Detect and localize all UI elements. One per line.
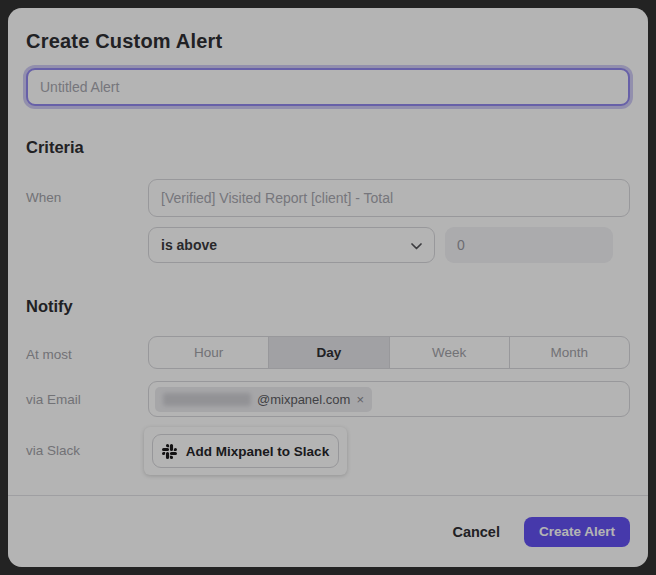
chevron-down-icon xyxy=(411,236,422,254)
via-slack-label: via Slack xyxy=(26,427,148,475)
email-recipients-input[interactable]: @mixpanel.com × xyxy=(148,381,630,417)
operator-row: is above xyxy=(148,227,630,263)
threshold-input[interactable] xyxy=(445,227,613,263)
frequency-option-hour[interactable]: Hour xyxy=(149,337,268,368)
frequency-option-week[interactable]: Week xyxy=(389,337,509,368)
criteria-heading: Criteria xyxy=(26,138,630,157)
operator-selected-value: is above xyxy=(161,237,217,253)
at-most-row: At most Hour Day Week Month xyxy=(26,336,630,369)
slack-icon xyxy=(162,444,177,459)
alert-name-input[interactable] xyxy=(26,68,630,106)
slack-button-spotlight: Add Mixpanel to Slack xyxy=(144,427,347,475)
dialog-footer: Cancel Create Alert xyxy=(8,495,648,567)
via-email-row: via Email @mixpanel.com × xyxy=(26,381,630,417)
metric-input[interactable] xyxy=(148,179,630,217)
notify-heading: Notify xyxy=(26,297,630,316)
frequency-option-day[interactable]: Day xyxy=(268,337,388,368)
via-email-label: via Email xyxy=(26,381,148,417)
email-chip-domain: @mixpanel.com xyxy=(257,392,350,407)
at-most-label: At most xyxy=(26,336,148,369)
cancel-button[interactable]: Cancel xyxy=(452,524,500,540)
operator-select[interactable]: is above xyxy=(148,227,435,263)
when-row: When xyxy=(26,179,630,217)
email-chip: @mixpanel.com × xyxy=(155,387,372,412)
add-mixpanel-to-slack-button[interactable]: Add Mixpanel to Slack xyxy=(152,434,339,468)
slack-button-label: Add Mixpanel to Slack xyxy=(186,444,329,459)
create-alert-button[interactable]: Create Alert xyxy=(524,517,630,547)
frequency-option-month[interactable]: Month xyxy=(509,337,629,368)
when-label: When xyxy=(26,179,148,217)
frequency-segmented-control: Hour Day Week Month xyxy=(148,336,630,369)
dialog-title: Create Custom Alert xyxy=(26,8,630,53)
remove-email-icon[interactable]: × xyxy=(356,393,364,406)
create-custom-alert-dialog: Create Custom Alert Criteria When is abo… xyxy=(8,8,648,567)
via-slack-row: via Slack Add Mixpanel to Slack xyxy=(26,427,630,475)
redacted-email-user xyxy=(163,393,251,406)
